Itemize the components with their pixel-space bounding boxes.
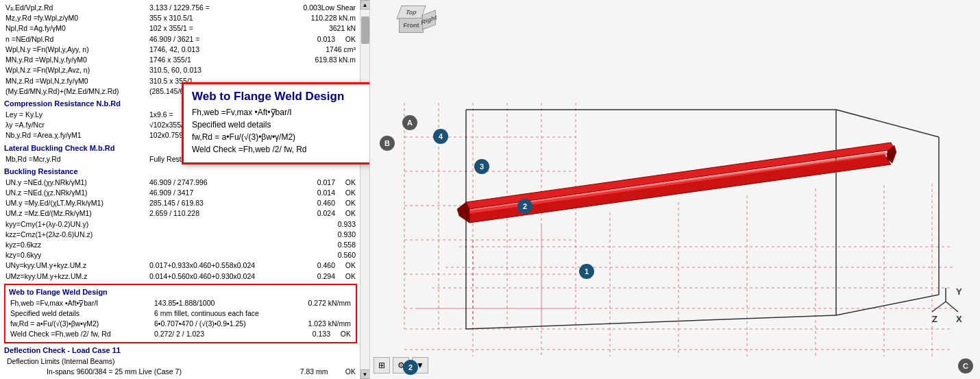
weld-design-popup: Web to Flange Weld Design Fh,web =Fv,max…: [182, 82, 370, 164]
formula-row: MN,y.Rd =Wpl,N,y.fy/γM0 1746 x 355/1 619…: [4, 55, 357, 65]
left-calculation-panel: ▲ ▼ V₂.Ed/Vpl,z.Rd 3.133 / 1229.756 = 0.…: [0, 0, 370, 379]
deflection-header: Deflection Check - Load Case 11: [4, 345, 357, 356]
badge-4: 4: [433, 129, 448, 144]
formula-row: UN.z =NEd.(χz.NRk/γM1) 46.909 / 3417 0.0…: [4, 188, 357, 198]
svg-marker-37: [457, 202, 469, 223]
weld-row: Specified weld details 6 mm fillet, cont…: [9, 308, 352, 319]
weld-design-section-left: Web to Flange Weld Design Fh,web =Fv,max…: [4, 284, 357, 343]
formula-row: kyy=Cmy(1+(λy-0.2)UN.y) 0.933: [4, 219, 357, 230]
badge-C: C: [958, 358, 973, 374]
svg-line-40: [932, 302, 946, 312]
x-axis-label: X: [956, 314, 962, 324]
svg-marker-34: [466, 143, 894, 209]
formula-row: UN.y =NEd.(χy.NRk/γM1) 46.909 / 2747.996…: [4, 178, 357, 188]
formula-row: kyz=0.6kzz 0.558: [4, 240, 357, 250]
formula-row: UM.y =My.Ed/(χLT.My.Rk/γM1) 285.145 / 61…: [4, 198, 357, 208]
formula-row: UNy=kyy.UM.y+kyz.UM.z 0.017+0.933x0.460+…: [4, 260, 357, 271]
deflection-rows: In-span≤ 9600/384 = 25 mm Live (Case 7) …: [45, 367, 357, 379]
scene-svg: Y Z X: [370, 0, 980, 379]
scroll-down-arrow[interactable]: ▼: [360, 369, 370, 379]
badge-B: B: [380, 136, 395, 151]
svg-line-30: [836, 110, 939, 137]
3d-view-panel: Top Front Right: [370, 0, 980, 379]
scrollbar[interactable]: ▲ ▼: [360, 0, 369, 379]
formula-row: kzy=0.6kyy 0.560: [4, 250, 357, 260]
deflection-row: In-span≤ 9600/384 = 25 mm Live (Case 7) …: [45, 367, 357, 377]
weld-title-left: Web to Flange Weld Design: [9, 287, 352, 298]
formula-row: UM.z =Mz.Ed/(Mz.Rk/γM1) 2.659 / 110.228 …: [4, 208, 357, 219]
svg-marker-38: [887, 145, 896, 163]
scroll-up-arrow[interactable]: ▲: [360, 0, 370, 10]
cube-front-face[interactable]: Front: [399, 18, 424, 33]
buckling-resistance-header: Buckling Resistance: [4, 167, 357, 178]
popup-row-3: Weld Check =Fh,web /2/ fw, Rd 0.272/ 2 /…: [192, 145, 370, 154]
badge-2: 2: [517, 199, 532, 214]
svg-line-31: [466, 315, 836, 329]
svg-line-32: [836, 295, 939, 315]
badge-3: 3: [474, 159, 489, 174]
formula-row: UMz=kyy.UM.y+kzz.UM.z 0.014+0.560x0.460+…: [4, 271, 357, 282]
weld-row: Weld Check =Fh,web /2/ fw, Rd 0.272/ 2 /…: [9, 329, 352, 339]
formula-row: Npl,Rd =Ag.fy/γM0 102 x 355/1 = 3621 kN: [4, 23, 357, 34]
popup-row-2: fw,Rd = a•Fu/(√(3)•βw•γ/M2) 6•0.707•470 …: [192, 132, 370, 142]
z-axis-label: Z: [932, 314, 938, 324]
navigation-cube[interactable]: Top Front Right: [391, 5, 432, 47]
scroll-thumb[interactable]: [361, 16, 369, 44]
cube-right-face[interactable]: Right: [422, 10, 436, 29]
popup-title: Web to Flange Weld Design: [192, 90, 370, 103]
popup-row-0: Fh,web =Fv,max •Aft•y̅bar/I 143.85•1.888…: [192, 108, 370, 117]
formula-row: n =NEd/Npl.Rd 46.909 / 3621 = 0.013 OK: [4, 34, 357, 45]
formula-row: Wpl,N.z =Fn(Wpl,z,Avz, n) 310.5, 60, 0.0…: [4, 65, 357, 75]
badge-1: 1: [579, 264, 594, 279]
deflection-sub: Deflection Limits (Internal Beams): [7, 356, 357, 367]
badge-A: A: [402, 115, 417, 130]
y-axis-label: Y: [956, 286, 962, 297]
formula-row: Wpl,N.y =Fn(Wpl,y,Ayy, n) 1746, 42, 0.01…: [4, 45, 357, 55]
svg-line-41: [946, 302, 958, 312]
toolbar-btn-grid[interactable]: ⊞: [373, 357, 390, 374]
formula-row: Mz,y.Rd =fy.Wpl,z/γM0 355 x 310.5/1 110.…: [4, 13, 357, 23]
formula-row: kzz=Cmz(1+(2λz-0.6)UN.z) 0.930: [4, 230, 357, 240]
popup-row-1: Specified weld details 6 mm fillet, cont…: [192, 120, 370, 130]
weld-row: fw,Rd = a•Fu/(√(3)•βw•γM2) 6•0.707•470 /…: [9, 319, 352, 329]
svg-marker-35: [459, 202, 469, 223]
formula-row: V₂.Ed/Vpl,z.Rd 3.133 / 1229.756 = 0.003 …: [4, 3, 357, 13]
weld-row: Fh,web =Fv,max •Aft•y̅bar/I 143.85•1.888…: [9, 298, 352, 308]
bottom-toolbar[interactable]: ⊞ ⚙ ▼: [373, 357, 428, 374]
badge-2-bottom: 2: [403, 360, 418, 375]
